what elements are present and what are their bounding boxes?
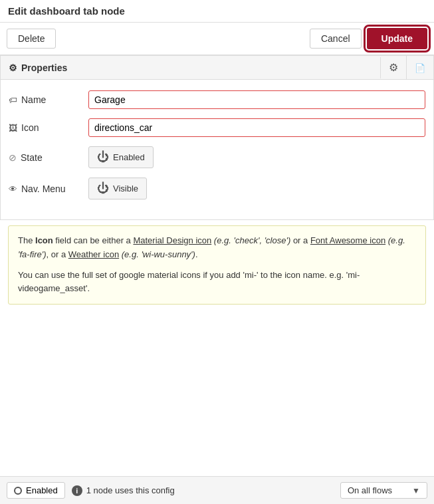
properties-title: Properties xyxy=(1,57,381,78)
properties-label: Properties xyxy=(21,63,67,73)
state-value: Enabled xyxy=(113,152,145,162)
nav-menu-label: Nav. Menu xyxy=(9,184,88,194)
flow-label: On all flows xyxy=(348,485,392,495)
image-icon xyxy=(9,122,17,133)
name-input[interactable] xyxy=(88,90,425,109)
material-design-example: (e.g. 'check', 'close') xyxy=(214,235,290,245)
delete-button[interactable]: Delete xyxy=(7,29,56,49)
page-title: Edit dashboard tab node xyxy=(0,0,434,23)
nav-menu-value: Visible xyxy=(113,184,138,193)
settings-icon xyxy=(9,63,17,73)
properties-panel: Properties Name Icon xyxy=(0,55,434,220)
footer-enabled-button[interactable]: Enabled xyxy=(7,482,65,499)
icon-bold: Icon xyxy=(35,235,53,245)
gear-icon xyxy=(389,62,398,73)
state-toggle[interactable]: ⏻ Enabled xyxy=(88,146,154,168)
footer: Enabled i 1 node uses this config On all… xyxy=(0,476,434,504)
info-box: The Icon field can be either a Material … xyxy=(8,225,426,305)
update-button[interactable]: Update xyxy=(367,28,427,49)
weather-icon-example: (e.g. 'wi-wu-sunny') xyxy=(122,249,195,259)
properties-header: Properties xyxy=(1,56,433,80)
material-design-link[interactable]: Material Design icon xyxy=(133,235,211,245)
eye-icon xyxy=(9,184,17,194)
toggle-icon: ⏻ xyxy=(97,150,109,164)
font-awesome-link[interactable]: Font Awesome icon xyxy=(310,235,385,245)
enabled-circle-icon xyxy=(14,487,22,495)
footer-enabled-label: Enabled xyxy=(26,485,58,495)
properties-gear-button[interactable] xyxy=(381,56,407,79)
weather-icon-link[interactable]: Weather icon xyxy=(68,249,119,259)
nodes-info-label: 1 node uses this config xyxy=(86,485,175,495)
toggle-icon2: ⏻ xyxy=(97,182,109,195)
state-label: State xyxy=(9,152,88,163)
info-icon: i xyxy=(72,485,82,496)
flow-select[interactable]: On all flows ▼ xyxy=(340,482,427,499)
info-line2: You can use the full set of google mater… xyxy=(18,269,416,297)
nav-menu-toggle[interactable]: ⏻ Visible xyxy=(88,178,147,199)
chevron-down-icon: ▼ xyxy=(412,486,420,495)
footer-info: i 1 node uses this config xyxy=(72,485,175,496)
form-body: Name Icon State ⏻ Enabled xyxy=(1,80,433,219)
name-label: Name xyxy=(9,94,88,105)
nav-menu-row: Nav. Menu ⏻ Visible xyxy=(9,178,425,199)
state-row: State ⏻ Enabled xyxy=(9,146,425,168)
info-line1: The Icon field can be either a Material … xyxy=(18,234,416,262)
icon-row: Icon xyxy=(9,118,425,137)
state-icon xyxy=(9,152,17,163)
tag-icon xyxy=(9,94,17,105)
cancel-button[interactable]: Cancel xyxy=(310,29,362,49)
properties-doc-button[interactable] xyxy=(407,57,433,79)
toolbar: Delete Cancel Update xyxy=(0,23,434,55)
icon-input[interactable] xyxy=(88,118,425,137)
icon-label: Icon xyxy=(9,122,88,133)
name-row: Name xyxy=(9,90,425,109)
doc-icon xyxy=(415,62,425,73)
